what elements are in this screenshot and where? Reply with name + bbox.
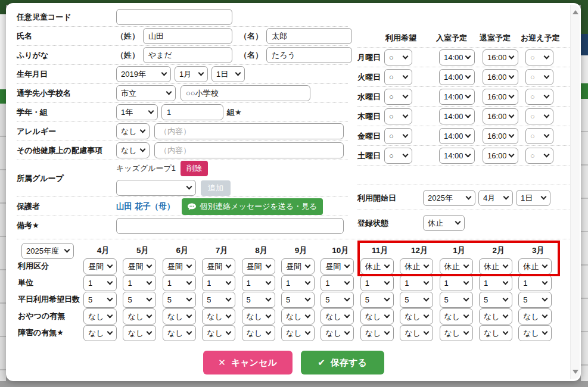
weekday-days-select[interactable]: 5 (83, 292, 117, 308)
entry-time-select[interactable]: 14:00 (439, 108, 475, 124)
usage-type-select[interactable]: 昼間 (281, 258, 315, 274)
cancel-button[interactable]: ✕ キャンセル (203, 351, 293, 374)
modal-scrollbar[interactable] (570, 5, 580, 379)
start-month-select[interactable]: 4月 (478, 190, 513, 206)
disability-select[interactable]: なし (321, 325, 354, 341)
entry-time-select[interactable]: 14:00 (439, 148, 475, 164)
usage-type-select[interactable]: 休止 (440, 258, 473, 274)
unit-select[interactable]: 1 (479, 275, 512, 291)
snack-select[interactable]: なし (360, 308, 394, 324)
unit-select[interactable]: 1 (321, 275, 354, 291)
first-name-kana-input[interactable]: たろう (266, 47, 352, 63)
use-request-select[interactable]: ○ (384, 128, 412, 144)
unit-select[interactable]: 1 (123, 275, 156, 291)
usage-type-select[interactable]: 昼間 (321, 258, 354, 274)
exit-time-select[interactable]: 16:00 (483, 49, 518, 65)
use-request-select[interactable]: ○ (384, 89, 412, 105)
weekday-days-select[interactable]: 5 (440, 292, 473, 308)
usage-type-select[interactable]: 昼間 (83, 258, 117, 274)
start-day-select[interactable]: 1日 (516, 190, 550, 206)
school-name-input[interactable]: ○○小学校 (181, 85, 310, 101)
allergy-detail-input[interactable]: （内容） (154, 123, 344, 139)
birth-month-select[interactable]: 1月 (175, 66, 208, 82)
birth-year-select[interactable]: 2019年 (116, 66, 171, 82)
group-delete-button[interactable]: 削除 (181, 161, 208, 176)
usage-type-select[interactable]: 休止 (400, 258, 433, 274)
last-name-input[interactable]: 山田 (143, 28, 232, 44)
weekday-days-select[interactable]: 5 (479, 292, 512, 308)
class-input[interactable]: 1 (161, 104, 223, 120)
snack-select[interactable]: なし (83, 308, 117, 324)
weekday-days-select[interactable]: 5 (163, 292, 196, 308)
scroll-down-icon[interactable] (573, 370, 578, 374)
unit-select[interactable]: 1 (518, 275, 552, 291)
unit-select[interactable]: 1 (360, 275, 394, 291)
disability-select[interactable]: なし (202, 325, 235, 341)
last-name-kana-input[interactable]: やまだ (143, 47, 232, 63)
exit-time-select[interactable]: 16:00 (483, 128, 518, 144)
unit-select[interactable]: 1 (163, 275, 196, 291)
disability-select[interactable]: なし (440, 325, 473, 341)
note-input[interactable] (116, 218, 344, 234)
save-button[interactable]: ✔ 保存する (301, 351, 384, 374)
snack-select[interactable]: なし (281, 308, 315, 324)
child-code-input[interactable] (116, 9, 232, 25)
weekday-days-select[interactable]: 5 (321, 292, 354, 308)
usage-type-select[interactable]: 休止 (360, 258, 394, 274)
use-request-select[interactable]: ○ (384, 148, 412, 164)
unit-select[interactable]: 1 (440, 275, 473, 291)
guardian-name-link[interactable]: 山田 花子（母） (116, 201, 175, 212)
disability-select[interactable]: なし (242, 325, 275, 341)
disability-select[interactable]: なし (83, 325, 117, 341)
exit-time-select[interactable]: 16:00 (483, 89, 518, 105)
use-request-select[interactable]: ○ (384, 108, 412, 124)
exit-time-select[interactable]: 16:00 (483, 108, 518, 124)
health-select[interactable]: なし (116, 142, 150, 158)
weekday-days-select[interactable]: 5 (360, 292, 394, 308)
entry-time-select[interactable]: 14:00 (439, 89, 475, 105)
health-detail-input[interactable]: （内容） (154, 142, 344, 158)
snack-select[interactable]: なし (321, 308, 354, 324)
use-request-select[interactable]: ○ (384, 69, 412, 85)
pickup-select[interactable]: ○ (525, 49, 553, 65)
scroll-up-icon[interactable] (573, 10, 578, 14)
entry-time-select[interactable]: 14:00 (439, 69, 475, 85)
grade-select[interactable]: 1年 (116, 104, 158, 120)
allergy-select[interactable]: なし (116, 123, 150, 139)
use-request-select[interactable]: ○ (384, 49, 412, 65)
entry-time-select[interactable]: 14:00 (439, 49, 475, 65)
group-add-select[interactable] (116, 180, 196, 196)
snack-select[interactable]: なし (163, 308, 196, 324)
weekday-days-select[interactable]: 5 (400, 292, 433, 308)
unit-select[interactable]: 1 (281, 275, 315, 291)
disability-select[interactable]: なし (400, 325, 433, 341)
snack-select[interactable]: なし (440, 308, 473, 324)
unit-select[interactable]: 1 (83, 275, 117, 291)
pickup-select[interactable]: ○ (525, 148, 553, 164)
start-year-select[interactable]: 2025年 (423, 190, 475, 206)
registration-status-select[interactable]: 休止 (423, 215, 465, 231)
send-message-button[interactable]: 個別連絡メッセージを送る・見る (182, 198, 323, 215)
school-type-select[interactable]: 市立 (116, 85, 176, 101)
pickup-select[interactable]: ○ (525, 89, 553, 105)
usage-type-select[interactable]: 昼間 (123, 258, 156, 274)
exit-time-select[interactable]: 16:00 (483, 148, 518, 164)
weekday-days-select[interactable]: 5 (123, 292, 156, 308)
disability-select[interactable]: なし (360, 325, 394, 341)
exit-time-select[interactable]: 16:00 (483, 69, 518, 85)
disability-select[interactable]: なし (479, 325, 512, 341)
snack-select[interactable]: なし (123, 308, 156, 324)
entry-time-select[interactable]: 14:00 (439, 128, 475, 144)
first-name-input[interactable]: 太郎 (266, 28, 352, 44)
unit-select[interactable]: 1 (242, 275, 275, 291)
weekday-days-select[interactable]: 5 (281, 292, 315, 308)
unit-select[interactable]: 1 (202, 275, 235, 291)
usage-type-select[interactable]: 昼間 (163, 258, 196, 274)
disability-select[interactable]: なし (518, 325, 552, 341)
usage-type-select[interactable]: 昼間 (242, 258, 275, 274)
snack-select[interactable]: なし (242, 308, 275, 324)
pickup-select[interactable]: ○ (525, 128, 553, 144)
usage-type-select[interactable]: 休止 (479, 258, 512, 274)
weekday-days-select[interactable]: 5 (518, 292, 552, 308)
group-add-button[interactable]: 追加 (201, 180, 231, 196)
